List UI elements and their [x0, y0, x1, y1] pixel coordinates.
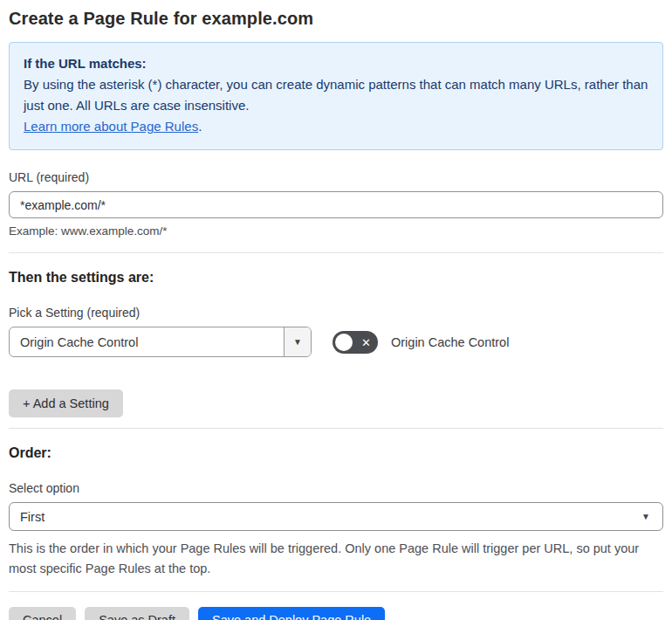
- toggle-knob: [335, 334, 353, 351]
- url-match-info-box: If the URL matches: By using the asteris…: [9, 42, 663, 150]
- chevron-down-icon: ▼: [641, 513, 650, 521]
- info-box-link-line: Learn more about Page Rules.: [24, 116, 648, 137]
- select-option-label: Select option: [9, 481, 663, 495]
- learn-more-link[interactable]: Learn more about Page Rules: [24, 119, 198, 134]
- url-example-text: Example: www.example.com/*: [9, 224, 663, 238]
- setting-select-arrow-button[interactable]: ▼: [284, 327, 311, 356]
- toggle-label: Origin Cache Control: [391, 335, 509, 349]
- divider: [9, 591, 663, 592]
- toggle-off-x-icon: ✕: [361, 336, 371, 348]
- footer-buttons: Cancel Save as Draft Save and Deploy Pag…: [9, 607, 663, 620]
- setting-select[interactable]: Origin Cache Control ▼: [9, 327, 312, 357]
- origin-cache-control-toggle[interactable]: ✕: [333, 331, 378, 354]
- settings-section-heading: Then the settings are:: [9, 270, 663, 286]
- order-help-text: This is the order in which your Page Rul…: [9, 539, 662, 579]
- save-deploy-button[interactable]: Save and Deploy Page Rule: [198, 607, 385, 620]
- url-label: URL (required): [9, 170, 663, 184]
- setting-row: Origin Cache Control ▼ ✕ Origin Cache Co…: [9, 327, 663, 357]
- order-select-value: First: [20, 510, 641, 524]
- order-section-heading: Order:: [9, 445, 663, 461]
- url-input[interactable]: [9, 191, 663, 218]
- add-setting-button[interactable]: + Add a Setting: [9, 389, 123, 417]
- page-title: Create a Page Rule for example.com: [9, 9, 663, 29]
- info-box-body: By using the asterisk (*) character, you…: [24, 74, 648, 116]
- info-box-heading: If the URL matches:: [24, 53, 648, 74]
- link-suffix: .: [198, 119, 202, 134]
- save-draft-button[interactable]: Save as Draft: [85, 607, 189, 620]
- divider: [9, 428, 663, 429]
- chevron-down-icon: ▼: [293, 338, 302, 347]
- setting-select-value: Origin Cache Control: [10, 327, 284, 356]
- pick-setting-label: Pick a Setting (required): [9, 306, 663, 320]
- divider: [9, 252, 663, 253]
- order-select[interactable]: First ▼: [9, 502, 663, 531]
- page-rule-form: Create a Page Rule for example.com If th…: [0, 0, 672, 620]
- cancel-button[interactable]: Cancel: [9, 607, 76, 620]
